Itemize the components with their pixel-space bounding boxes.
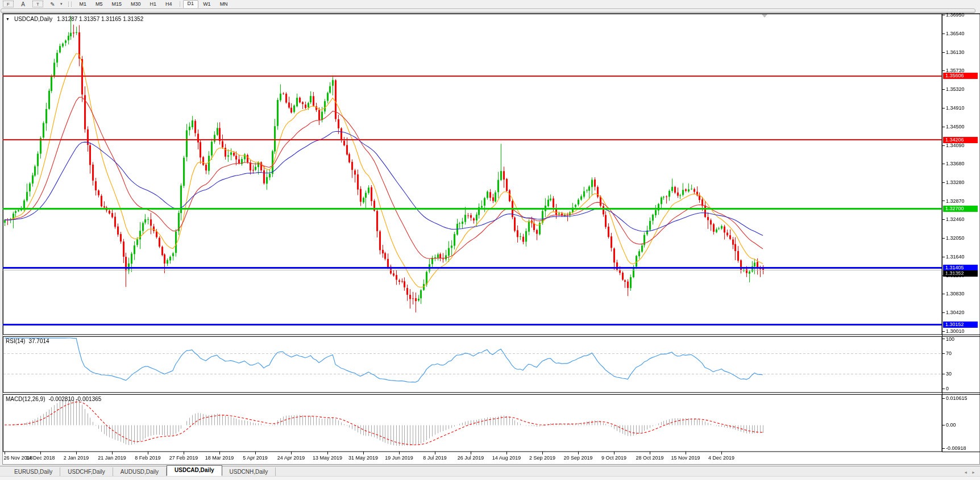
rsi-current-value: 37.7014 (28, 338, 49, 344)
timeframe-button-w1[interactable]: W1 (198, 0, 215, 9)
mt4-chart-window: FAT✎▾ M1M5M15M30H1H4D1W1MN ▼ USDCAD,Dail… (0, 0, 980, 480)
chart-tabs-group: EURUSD,DailyUSDCHF,DailyAUDUSD,DailyUSDC… (7, 465, 276, 476)
text-tool-icon[interactable]: T (32, 1, 43, 7)
rsi-panel-label: RSI(14) 37.7014 (6, 338, 49, 344)
chart-symbol-label: USDCAD,Daily (14, 16, 52, 22)
status-bar (0, 476, 980, 480)
tab-usdchf[interactable]: USDCHF,Daily (60, 468, 113, 476)
chart-tab-bar: EURUSD,DailyUSDCHF,DailyAUDUSD,DailyUSDC… (0, 466, 980, 476)
toolbar-divider (180, 1, 180, 7)
top-toolbar: FAT✎▾ M1M5M15M30H1H4D1W1MN (0, 0, 980, 8)
macd-current-values: -0.002810 -0.001365 (48, 396, 101, 402)
tab-eurusd[interactable]: EURUSD,Daily (7, 468, 60, 476)
horizontal-line-1.32700[interactable] (3, 208, 942, 210)
drawing-tools-group: FAT✎▾ (0, 1, 63, 7)
chart-canvas[interactable] (0, 0, 980, 480)
tab-scroll-arrows: ◄ ► (964, 470, 975, 474)
chart-shift-marker-icon[interactable] (762, 14, 767, 18)
timeframe-button-m15[interactable]: M15 (107, 0, 127, 9)
toolbar-separator-grip[interactable] (68, 2, 72, 7)
timeframe-button-mn[interactable]: MN (215, 0, 232, 9)
chart-scrollbar[interactable] (0, 8, 980, 13)
timeframe-button-m1[interactable]: M1 (75, 0, 92, 9)
horizontal-line-1.30152[interactable] (3, 324, 942, 325)
timeframe-button-m30[interactable]: M30 (126, 0, 146, 9)
macd-indicator-name: MACD(12,26,9) (6, 396, 45, 402)
timeframe-button-m5[interactable]: M5 (91, 0, 107, 9)
timeframe-button-h1[interactable]: H1 (146, 0, 161, 9)
chart-collapse-icon[interactable]: ▼ (6, 17, 10, 21)
timeframe-toolbar: M1M5M15M30H1H4D1W1MN (75, 0, 232, 9)
horizontal-line-1.35606[interactable] (3, 76, 942, 77)
chart-title: ▼ USDCAD,Daily 1.31287 1.31357 1.31165 1… (6, 16, 143, 22)
draw-tool-icon[interactable]: ✎ (49, 1, 56, 7)
label-tool-icon[interactable]: A (19, 1, 27, 7)
tab-usdcad[interactable]: USDCAD,Daily (167, 465, 222, 476)
chart-ohlc-values: 1.31287 1.31357 1.31165 1.31352 (57, 16, 143, 22)
current-price-line (3, 270, 942, 270)
tab-audusd[interactable]: AUDUSD,Daily (113, 468, 167, 476)
draw-tool-dropdown-icon[interactable]: ▾ (60, 2, 63, 6)
tab-scroll-left-icon[interactable]: ◄ (964, 470, 967, 474)
horizontal-line-1.31405[interactable] (3, 267, 942, 269)
macd-panel-label: MACD(12,26,9) -0.002810 -0.001365 (6, 396, 101, 402)
fibonacci-tool-icon[interactable]: F (3, 1, 14, 7)
horizontal-line-1.34206[interactable] (3, 139, 942, 140)
tab-scroll-right-icon[interactable]: ► (971, 470, 975, 474)
timeframe-button-h4[interactable]: H4 (161, 0, 177, 9)
tab-usdcnh[interactable]: USDCNH,Daily (222, 468, 276, 476)
rsi-indicator-name: RSI(14) (6, 338, 25, 344)
chart-scrollbar-thumb[interactable] (1, 9, 975, 13)
timeframe-button-d1[interactable]: D1 (183, 0, 199, 9)
